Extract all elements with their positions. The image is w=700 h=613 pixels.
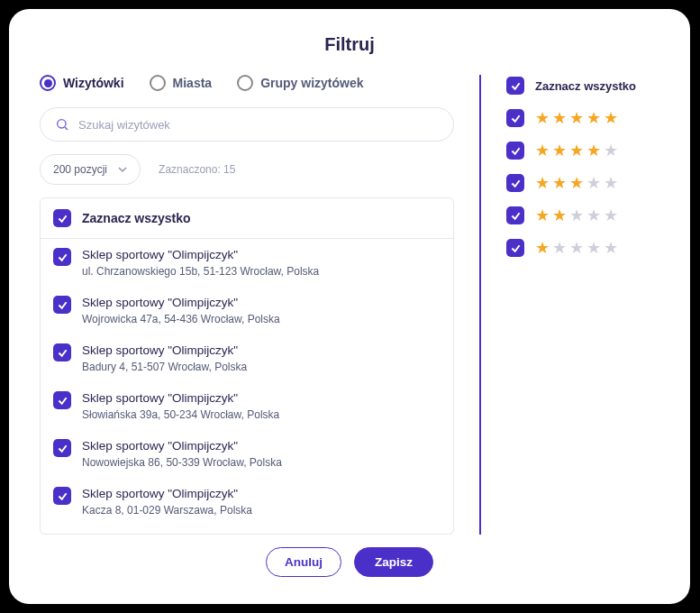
star-icon: ★: [586, 240, 601, 256]
ratings-select-all-label: Zaznacz wszystko: [535, 79, 636, 93]
item-checkbox[interactable]: [53, 439, 71, 457]
rating-checkbox[interactable]: [506, 206, 524, 224]
check-icon: [510, 178, 522, 189]
rating-row-4: ★★★★★: [506, 142, 659, 160]
radio-wizytowki[interactable]: Wizytówki: [40, 75, 124, 91]
radio-label: Miasta: [173, 76, 213, 90]
search-field[interactable]: [40, 107, 454, 142]
check-icon: [57, 213, 68, 224]
select-all-label: Zaznacz wszystko: [82, 211, 191, 225]
rating-row-3: ★★★★★: [506, 174, 659, 192]
list-item[interactable]: Sklep sportowy "Olimpijczyk" Wojrowicka …: [41, 287, 453, 334]
radio-dot-icon: [237, 75, 253, 91]
item-address: Badury 4, 51-507 Wrocław, Polska: [82, 361, 247, 373]
star-icon: ★: [569, 207, 584, 224]
check-icon: [510, 145, 522, 157]
list-item[interactable]: Sklep sportowy "Olimpijczyk" Kacza 8, 01…: [41, 478, 453, 526]
star-icon: ★: [552, 240, 567, 256]
item-address: ul. Chrzanowskiego 15b, 51-123 Wrocław, …: [82, 265, 319, 278]
row-controls: 200 pozycji Zaznaczono: 15: [40, 154, 454, 185]
stars-4: ★★★★★: [535, 142, 618, 159]
radio-label: Wizytówki: [63, 76, 124, 90]
selected-count: Zaznaczono: 15: [159, 163, 235, 176]
list-item[interactable]: Sklep sportowy "Olimpijczyk" Badury 4, 5…: [41, 334, 453, 382]
check-icon: [510, 113, 522, 124]
item-address: Wojrowicka 47a, 54-436 Wrocław, Polska: [82, 313, 280, 325]
list-item-texts: Sklep sportowy "Olimpijczyk" Kacza 8, 01…: [82, 487, 252, 517]
item-name: Sklep sportowy "Olimpijczyk": [82, 248, 319, 261]
list-item[interactable]: Sklep sportowy "Olimpijczyk" Nowowiejska…: [41, 430, 453, 478]
item-name: Sklep sportowy "Olimpijczyk": [82, 439, 282, 453]
ratings-select-all-checkbox[interactable]: [506, 77, 524, 95]
list-header: Zaznacz wszystko: [41, 198, 453, 239]
item-checkbox[interactable]: [53, 487, 71, 505]
chevron-down-icon: [118, 165, 127, 174]
star-icon: ★: [535, 207, 550, 224]
filter-dialog: Filtruj Wizytówki Miasta Grupy wizytówek: [9, 9, 690, 604]
radio-dot-icon: [150, 75, 166, 91]
list-item-texts: Sklep sportowy "Olimpijczyk" ul. Chrzano…: [82, 248, 319, 278]
search-icon: [55, 117, 69, 132]
star-icon: ★: [604, 110, 618, 126]
star-icon: ★: [535, 240, 550, 256]
list-item-texts: Sklep sportowy "Olimpijczyk" Słowiańska …: [82, 391, 279, 421]
left-column: Wizytówki Miasta Grupy wizytówek 200 poz…: [40, 75, 454, 535]
star-icon: ★: [552, 207, 567, 224]
star-icon: ★: [552, 142, 567, 159]
stars-1: ★★★★★: [535, 240, 618, 256]
star-icon: ★: [569, 142, 584, 159]
rating-checkbox[interactable]: [506, 174, 524, 192]
item-name: Sklep sportowy "Olimpijczyk": [82, 343, 247, 357]
rating-checkbox[interactable]: [506, 239, 524, 257]
right-column: Zaznacz wszystko ★★★★★ ★★★★★ ★★★★★: [506, 75, 659, 535]
star-icon: ★: [535, 175, 550, 191]
svg-point-0: [58, 120, 66, 128]
star-icon: ★: [569, 175, 584, 191]
radio-dot-icon: [40, 75, 56, 91]
dialog-footer: Anuluj Zapisz: [40, 547, 659, 577]
list-body[interactable]: Sklep sportowy "Olimpijczyk" ul. Chrzano…: [41, 239, 453, 526]
star-icon: ★: [586, 142, 601, 159]
select-all-checkbox[interactable]: [53, 209, 71, 227]
item-name: Sklep sportowy "Olimpijczyk": [82, 487, 252, 500]
rating-checkbox[interactable]: [506, 142, 524, 160]
check-icon: [57, 490, 68, 502]
star-icon: ★: [586, 110, 601, 126]
rating-checkbox[interactable]: [506, 109, 524, 127]
item-checkbox[interactable]: [53, 391, 71, 409]
check-icon: [57, 252, 68, 263]
ratings-select-all-row: Zaznacz wszystko: [506, 77, 659, 95]
item-checkbox[interactable]: [53, 248, 71, 266]
item-address: Kacza 8, 01-029 Warszawa, Polska: [82, 504, 252, 517]
radio-miasta[interactable]: Miasta: [150, 75, 213, 91]
star-icon: ★: [535, 142, 550, 159]
search-input[interactable]: [78, 118, 439, 132]
save-button[interactable]: Zapisz: [354, 547, 433, 577]
star-icon: ★: [586, 207, 601, 224]
check-icon: [57, 395, 68, 407]
dialog-columns: Wizytówki Miasta Grupy wizytówek 200 poz…: [40, 75, 659, 535]
list-item-texts: Sklep sportowy "Olimpijczyk" Wojrowicka …: [82, 296, 280, 325]
list-item[interactable]: Sklep sportowy "Olimpijczyk" ul. Chrzano…: [41, 239, 453, 287]
list-item[interactable]: Sklep sportowy "Olimpijczyk" Słowiańska …: [41, 382, 453, 430]
radio-grupy[interactable]: Grupy wizytówek: [237, 75, 363, 91]
check-icon: [510, 210, 522, 222]
item-checkbox[interactable]: [53, 343, 71, 361]
page-size-select[interactable]: 200 pozycji: [40, 154, 141, 185]
star-icon: ★: [604, 240, 618, 256]
star-icon: ★: [604, 207, 618, 224]
dialog-title: Filtruj: [40, 34, 659, 55]
svg-line-1: [65, 127, 68, 130]
item-name: Sklep sportowy "Olimpijczyk": [82, 296, 280, 309]
rating-row-1: ★★★★★: [506, 239, 659, 257]
item-checkbox[interactable]: [53, 296, 71, 314]
rating-row-5: ★★★★★: [506, 109, 659, 127]
cancel-button[interactable]: Anuluj: [266, 547, 341, 577]
check-icon: [57, 443, 68, 454]
star-icon: ★: [552, 110, 567, 126]
rating-row-2: ★★★★★: [506, 206, 659, 224]
check-icon: [510, 242, 522, 254]
star-icon: ★: [586, 175, 601, 191]
item-address: Nowowiejska 86, 50-339 Wrocław, Polska: [82, 456, 282, 469]
listbox: Zaznacz wszystko Sklep sportowy "Olimpij…: [40, 197, 454, 535]
